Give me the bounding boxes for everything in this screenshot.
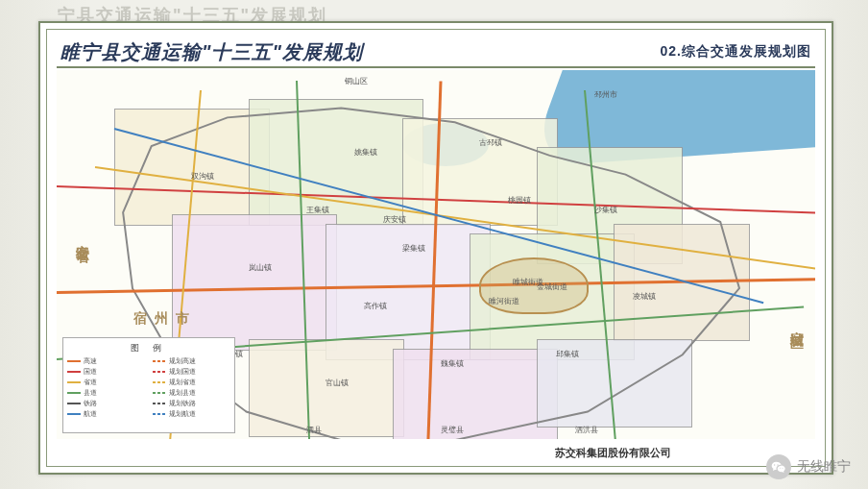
map-attribution: 苏交科集团股份有限公司 (555, 446, 671, 460)
map-subtitle: 02.综合交通发展规划图 (661, 43, 811, 61)
town-label: 姚集镇 (354, 147, 377, 158)
town-label: 古邳镇 (479, 137, 502, 148)
legend-title: 图 例 (67, 342, 230, 355)
legend-item: 规划国道 (153, 367, 234, 377)
legend-grid: 高速规划高速国道规划国道省道规划省道县道规划县道铁路规划铁路航道规划航道 (67, 356, 230, 419)
watermark-text: 无线睢宁 (797, 458, 851, 476)
legend-item: 铁路 (67, 399, 149, 408)
legend-item: 航道 (67, 409, 149, 419)
legend-item: 高速 (67, 356, 149, 366)
legend-item: 规划铁路 (153, 399, 234, 408)
map-title: 睢宁县交通运输"十三五"发展规划 (60, 39, 363, 65)
legend-item: 国道 (67, 367, 149, 377)
label-neighbor-east: 宿城区 (788, 320, 806, 329)
label-neighbor-north: 铜山区 (345, 76, 368, 86)
label-neighbor-ne: 邳州市 (594, 89, 617, 100)
label-neighbor-westcity: 宿州市 (133, 310, 197, 328)
legend-item: 规划省道 (153, 378, 234, 387)
town-label: 魏集镇 (441, 358, 464, 369)
town-label: 高作镇 (364, 301, 387, 311)
town-label: 岚山镇 (249, 262, 272, 273)
town-label: 凌城镇 (633, 291, 656, 302)
map-inner-border: 睢宁县交通运输"十三五"发展规划 02.综合交通发展规划图 铜山区 邳州市 安徽… (46, 29, 826, 467)
town-label: 官山镇 (326, 378, 349, 388)
town-label: 庆安镇 (383, 214, 406, 225)
town-label: 梁集镇 (402, 243, 425, 254)
wechat-icon (766, 454, 791, 479)
town-label: 双沟镇 (191, 171, 214, 182)
town-label: 睢河街道 (489, 296, 519, 306)
town-label: 金城街道 (537, 281, 567, 292)
town-label: 王集镇 (306, 205, 329, 215)
map-canvas[interactable]: 铜山区 邳州市 安徽省 宿州市 泗县 灵璧县 泗洪县 宿城区 双沟镇王集镇岚山镇… (57, 70, 815, 439)
legend-item: 规划高速 (153, 356, 234, 366)
legend-item: 省道 (67, 378, 149, 387)
label-neighbor-south3: 泗洪县 (575, 425, 598, 435)
legend-item: 规划县道 (153, 388, 234, 398)
map-frame: 睢宁县交通运输"十三五"发展规划 02.综合交通发展规划图 铜山区 邳州市 安徽… (38, 21, 833, 475)
town-label: 桃园镇 (508, 195, 531, 206)
title-rule (57, 66, 815, 68)
label-neighbor-south2: 灵璧县 (441, 425, 464, 435)
legend-item: 规划航道 (153, 409, 234, 419)
label-neighbor-nw: 安徽省 (74, 233, 91, 242)
town-label: 沙集镇 (594, 205, 617, 215)
map-legend: 图 例 高速规划高速国道规划国道省道规划省道县道规划县道铁路规划铁路航道规划航道 (62, 337, 235, 433)
wechat-watermark: 无线睢宁 (766, 454, 851, 479)
town-label: 邱集镇 (556, 349, 579, 359)
label-neighbor-south1: 泗县 (306, 425, 322, 435)
legend-item: 县道 (67, 388, 149, 398)
